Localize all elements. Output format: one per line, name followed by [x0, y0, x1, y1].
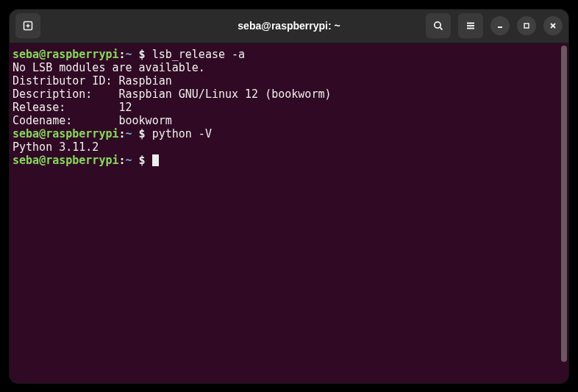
prompt-path: ~: [126, 154, 132, 167]
close-button[interactable]: [543, 16, 563, 35]
prompt-path: ~: [126, 48, 132, 61]
svg-rect-9: [524, 24, 529, 28]
titlebar-right: [426, 13, 563, 38]
prompt-user: seba: [13, 48, 39, 61]
prompt-dollar: $: [139, 154, 146, 167]
search-icon: [432, 20, 444, 32]
terminal-line: seba@raspberrypi:~ $ python -V: [13, 127, 557, 140]
output-line: Distributor ID: Raspbian: [13, 74, 557, 88]
prompt-path: ~: [126, 127, 132, 140]
titlebar-left: [15, 13, 40, 38]
scrollbar[interactable]: [560, 43, 568, 383]
new-tab-icon: [22, 20, 34, 32]
terminal-line: seba@raspberrypi:~ $: [13, 154, 557, 167]
prompt-colon: :: [119, 48, 126, 61]
titlebar: seba@raspberrypi: ~: [10, 10, 568, 43]
hamburger-icon: [465, 20, 477, 32]
terminal-body-wrap: seba@raspberrypi:~ $ lsb_release -aNo LS…: [10, 43, 568, 383]
svg-line-4: [440, 27, 442, 29]
terminal-window: seba@raspberrypi: ~: [10, 10, 568, 383]
terminal-body[interactable]: seba@raspberrypi:~ $ lsb_release -aNo LS…: [10, 43, 560, 383]
prompt-at: @: [39, 127, 46, 140]
command-text: lsb_release -a: [152, 48, 245, 61]
cursor: [152, 154, 159, 166]
prompt-user: seba: [13, 127, 39, 140]
output-line: Python 3.11.2: [13, 140, 557, 154]
prompt-host: raspberrypi: [46, 154, 118, 167]
window-title: seba@raspberrypi: ~: [238, 20, 340, 32]
output-line: Codename: bookworm: [13, 114, 557, 127]
maximize-button[interactable]: [517, 16, 536, 35]
output-line: No LSB modules are available.: [13, 61, 557, 74]
close-icon: [549, 21, 557, 30]
command-text: python -V: [152, 127, 212, 140]
minimize-icon: [496, 21, 504, 30]
prompt-colon: :: [119, 127, 126, 140]
new-tab-button[interactable]: [15, 13, 40, 38]
prompt-host: raspberrypi: [46, 127, 118, 140]
output-line: Description: Raspbian GNU/Linux 12 (book…: [13, 88, 557, 101]
svg-point-3: [435, 22, 440, 28]
prompt-at: @: [39, 154, 46, 167]
prompt-user: seba: [13, 154, 39, 167]
scrollbar-thumb[interactable]: [561, 46, 567, 362]
minimize-button[interactable]: [490, 16, 510, 35]
output-line: Release: 12: [13, 101, 557, 114]
prompt-host: raspberrypi: [46, 48, 118, 61]
terminal-line: seba@raspberrypi:~ $ lsb_release -a: [13, 48, 557, 61]
maximize-icon: [522, 21, 531, 30]
menu-button[interactable]: [458, 13, 483, 38]
prompt-dollar: $: [139, 48, 146, 61]
prompt-colon: :: [119, 154, 126, 167]
prompt-dollar: $: [139, 127, 146, 140]
prompt-at: @: [39, 48, 46, 61]
search-button[interactable]: [426, 13, 451, 38]
